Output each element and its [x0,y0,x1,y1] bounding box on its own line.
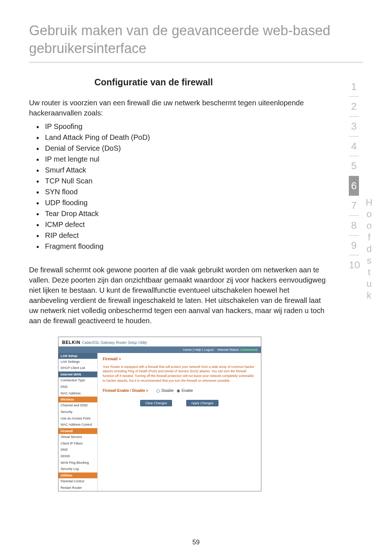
screenshot-sidebar: LAN Setup LAN Settings DHCP Client List … [58,353,98,491]
firewall-toggle-row: Firewall Enable / Disable > Disable Enab… [103,389,256,393]
sidebar-item[interactable]: Use as Access Point [58,415,97,422]
radio-enable-label: Enable [181,389,193,393]
chapter-5[interactable]: 5 [349,156,359,176]
sidebar-item[interactable]: DDNS [58,453,97,460]
list-item: Land Attack Ping of Death (PoD) [36,132,330,143]
topbar-links[interactable]: Home | Help | Logout [183,348,214,352]
radio-disable[interactable] [156,389,160,393]
sidebar-head-utilities[interactable]: Utilities [58,472,97,478]
page-title: Gebruik maken van de geavanceerde web-ba… [29,22,363,62]
chapter-8[interactable]: 8 [349,216,359,236]
sidebar-item[interactable]: DNS [58,384,97,390]
chapter-10[interactable]: 10 [349,255,359,275]
status-value: Connected [240,348,257,352]
list-item: Tear Drop Attack [36,208,330,219]
option-label: Firewall Enable / Disable > [103,389,148,393]
radio-enable[interactable] [177,389,180,393]
intro-text: Uw router is voorzien van een firewall d… [29,98,330,118]
chapter-3[interactable]: 3 [349,117,359,137]
chapter-7[interactable]: 7 [349,196,359,216]
sidebar-item[interactable]: Client IP Filters [58,441,97,447]
chapter-9[interactable]: 9 [349,236,359,256]
sidebar-item[interactable]: LAN Settings [58,359,97,365]
screenshot-body: LAN Setup LAN Settings DHCP Client List … [58,353,261,491]
apply-changes-button[interactable]: Apply Changes [186,400,219,406]
sidebar-item[interactable]: Virtual Servers [58,434,97,441]
section-heading: Configuratie van de firewall [94,77,330,88]
list-item: UDP flooding [36,197,330,208]
firewall-description: Your Router is equipped with a firewall … [103,365,256,383]
chapter-nav: 1 2 3 4 5 6 7 8 9 10 Hoofdstuk [345,77,363,492]
list-item: TCP Null Scan [36,175,330,186]
button-row: Clear Changes Apply Changes [103,400,256,406]
page-number: 59 [192,539,200,546]
list-item: IP Spoofing [36,121,330,132]
sidebar-item[interactable]: WAN Ping Blocking [58,460,97,466]
attack-list: IP Spoofing Land Attack Ping of Death (P… [36,121,330,252]
brand-bar: BELKIN Cable/DSL Gateway Router Setup Ut… [58,337,261,346]
sidebar-head-firewall[interactable]: Firewall [58,428,97,434]
sidebar-item[interactable]: MAC Address Control [58,422,97,428]
sidebar-item[interactable]: Security Log [58,466,97,472]
sidebar-item[interactable]: MAC Address [58,390,97,397]
clear-changes-button[interactable]: Clear Changes [140,400,172,406]
sidebar-item[interactable]: Parental Control [58,478,97,485]
brand-subtitle: Cable/DSL Gateway Router Setup Utility [82,341,147,345]
status-label: Internet Status: [217,348,240,352]
sidebar-item[interactable]: Security [58,409,97,415]
chapter-label: Hoofdstuk [363,197,375,301]
chapter-2[interactable]: 2 [349,97,359,117]
body-text: De firewall schermt ook gewone poorten a… [29,265,330,326]
breadcrumb: Firewall > [103,357,256,361]
chapter-4[interactable]: 4 [349,137,359,157]
embedded-screenshot: BELKIN Cable/DSL Gateway Router Setup Ut… [58,337,261,492]
sidebar-head-wan[interactable]: Internet WAN [58,372,97,377]
screenshot-main: Firewall > Your Router is equipped with … [98,353,261,491]
chapter-6[interactable]: 6 [349,176,359,196]
sidebar-item[interactable]: Connection Type [58,377,97,384]
brand-name: BELKIN [62,340,81,345]
list-item: Smurf Attack [36,165,330,175]
sidebar-item[interactable]: Channel and SSID [58,402,97,409]
sidebar-head-wireless[interactable]: Wireless [58,397,97,402]
list-item: IP met lengte nul [36,154,330,165]
sidebar-item[interactable]: DHCP Client List [58,365,97,372]
list-item: SYN flood [36,186,330,197]
sidebar-head-lan[interactable]: LAN Setup [58,353,97,359]
radio-disable-label: Disable [162,389,173,393]
list-item: ICMP defect [36,219,330,230]
main-content: Configuratie van de firewall Uw router i… [29,77,345,492]
list-item: RIP defect [36,230,330,241]
list-item: Fragment flooding [36,241,330,252]
sidebar-item[interactable]: Restart Router [58,485,97,491]
list-item: Denial of Service (DoS) [36,143,330,154]
sidebar-item[interactable]: DMZ [58,447,97,453]
content-wrapper: Configuratie van de firewall Uw router i… [29,77,363,492]
chapter-1[interactable]: 1 [349,77,359,97]
top-bar: Home | Help | Logout Internet Status: Co… [58,346,261,353]
